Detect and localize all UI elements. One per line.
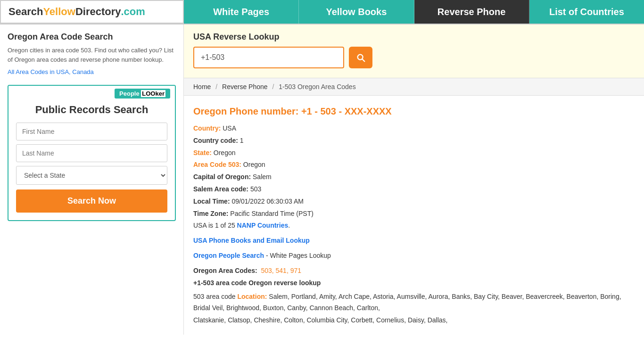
area-codes-label: Oregon Area Codes: [193, 267, 257, 274]
reverse-lookup-label-line: +1-503 area code Oregon reverse lookup [193, 278, 635, 289]
search-area-title: USA Reverse Lookup [193, 32, 635, 42]
breadcrumb-sep2: / [272, 83, 274, 90]
nanp-link[interactable]: NANP Countries [237, 222, 289, 229]
salem-ac-value: 503 [250, 185, 261, 193]
nanp-prefix: USA is 1 of 25 [193, 222, 237, 229]
area-codes-links[interactable]: 503, 541, 971 [261, 267, 301, 274]
reverse-lookup-search-button[interactable] [349, 47, 372, 68]
widget-header: People LOOker [8, 86, 175, 99]
people-looker-badge: People LOOker [115, 89, 170, 99]
country-code-value: 1 [240, 137, 244, 144]
breadcrumb: Home / Reverse Phone / 1-503 Oregon Area… [184, 78, 644, 96]
country-line: Country: USA [193, 123, 635, 134]
location-line: 503 area code Location: Salem, Portland,… [193, 291, 635, 314]
nav-reverse-phone[interactable]: Reverse Phone [414, 0, 529, 24]
area-code-line: Area Code 503: Oregon [193, 159, 635, 171]
location-prefix: 503 area code [193, 293, 237, 300]
badge-people: People [119, 90, 140, 97]
capital-label: Capital of Oregon: [193, 173, 251, 181]
nav-list-of-countries[interactable]: List of Countries [529, 0, 644, 24]
location-value-2: Clatskanie, Clatsop, Cheshire, Colton, C… [193, 316, 447, 324]
timezone-line: Time Zone: Pacific Standard Time (PST) [193, 208, 635, 220]
salem-ac-label: Salem Area code: [193, 185, 248, 193]
timezone-label: Time Zone: [193, 210, 228, 217]
logo-search: Search [8, 6, 43, 18]
sidebar-area-codes-link[interactable]: All Area Codes in USA, Canada [8, 68, 94, 75]
nanp-suffix: . [288, 222, 290, 229]
phone-heading: Oregon Phone number: +1 - 503 - XXX-XXXX [193, 103, 635, 119]
people-search-link[interactable]: Oregon People Search [193, 252, 264, 259]
state-line: State: Oregon [193, 148, 635, 159]
search-area: USA Reverse Lookup [184, 25, 644, 78]
widget-title: Public Records Search [8, 99, 175, 123]
books-link-line: USA Phone Books and Email Lookup [193, 235, 635, 247]
last-name-input[interactable] [16, 144, 167, 162]
local-time-label: Local Time: [193, 197, 230, 205]
state-label: State: [193, 149, 212, 156]
info-content: Oregon Phone number: +1 - 503 - XXX-XXXX… [184, 96, 644, 335]
people-suffix: - White Pages Lookup [264, 252, 331, 259]
timezone-value: Pacific Standard Time (PST) [230, 210, 314, 217]
search-row [193, 47, 635, 68]
nav-bar: SearchYellowDirectory.com White Pages Ye… [0, 0, 644, 25]
area-codes-line: Oregon Area Codes: 503, 541, 971 [193, 265, 635, 277]
books-link[interactable]: USA Phone Books and Email Lookup [193, 237, 310, 244]
widget-form: Select a State Alabama Alaska Arizona Or… [8, 123, 175, 213]
country-value: USA [223, 124, 236, 132]
nav-white-pages[interactable]: White Pages [184, 0, 299, 24]
state-value: Oregon [214, 149, 236, 156]
site-logo[interactable]: SearchYellowDirectory.com [0, 0, 184, 24]
capital-line: Capital of Oregon: Salem [193, 172, 635, 183]
logo-directory: Directory [75, 6, 121, 18]
country-code-label: Country code: [193, 137, 238, 144]
location-label: Location: [237, 293, 267, 300]
area-code-value: Oregon [243, 161, 265, 168]
location-line-2: Clatskanie, Clatsop, Cheshire, Colton, C… [193, 315, 635, 326]
content-area: USA Reverse Lookup Home / Reverse Phone … [184, 25, 644, 335]
logo-yellow: Yellow [43, 6, 75, 18]
breadcrumb-current: 1-503 Oregon Area Codes [279, 83, 355, 90]
phone-heading-value: +1 - 503 - XXX-XXXX [301, 106, 392, 116]
area-code-label: Area Code 503: [193, 161, 241, 168]
breadcrumb-sep1: / [215, 83, 217, 90]
country-code-line: Country code: 1 [193, 135, 635, 147]
reverse-lookup-label: +1-503 area code Oregon reverse lookup [193, 279, 321, 287]
nav-yellow-books[interactable]: Yellow Books [299, 0, 414, 24]
breadcrumb-reverse-phone[interactable]: Reverse Phone [222, 83, 268, 90]
first-name-input[interactable] [16, 123, 167, 140]
public-records-widget: People LOOker Public Records Search Sele… [8, 85, 176, 221]
badge-looker: LOOker [141, 90, 165, 97]
breadcrumb-home[interactable]: Home [193, 83, 211, 90]
search-now-button[interactable]: Search Now [16, 189, 167, 213]
sidebar: Oregon Area Code Search Oregon cities in… [0, 25, 184, 335]
phone-heading-label: Oregon Phone number: [193, 106, 298, 116]
sidebar-description: Oregon cities in area code 503. Find out… [8, 46, 176, 64]
local-time-value: 09/01/2022 06:30:03 AM [231, 197, 304, 205]
people-link-line: Oregon People Search - White Pages Looku… [193, 250, 635, 262]
local-time-line: Local Time: 09/01/2022 06:30:03 AM [193, 196, 635, 207]
country-label: Country: [193, 124, 221, 132]
main-layout: Oregon Area Code Search Oregon cities in… [0, 25, 644, 335]
state-select[interactable]: Select a State Alabama Alaska Arizona Or… [16, 166, 167, 185]
nanp-line: USA is 1 of 25 NANP Countries. [193, 220, 635, 231]
sidebar-title: Oregon Area Code Search [8, 32, 176, 42]
search-icon [355, 52, 366, 63]
reverse-lookup-input[interactable] [193, 47, 344, 68]
salem-ac-line: Salem Area code: 503 [193, 184, 635, 195]
logo-com: .com [121, 6, 145, 18]
capital-value: Salem [253, 173, 272, 181]
